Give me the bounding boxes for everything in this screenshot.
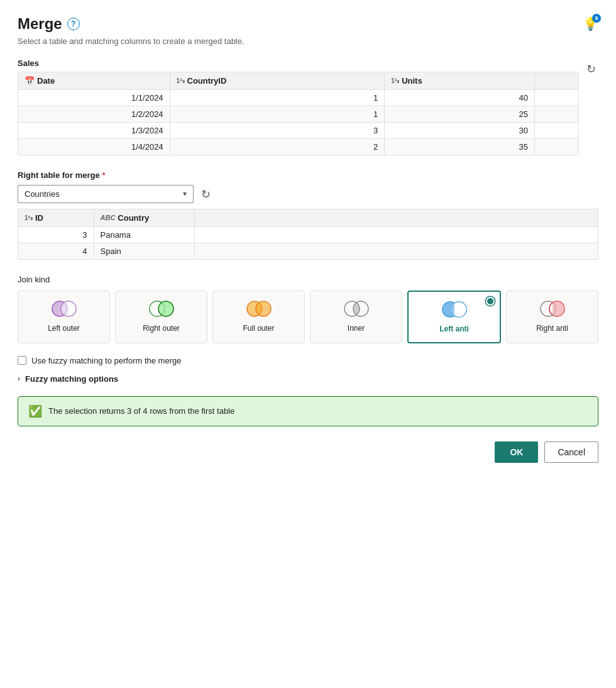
footer-buttons: OK Cancel [18, 441, 598, 463]
full-outer-venn-icon [245, 300, 273, 318]
join-card-right-outer[interactable]: Right outer [115, 291, 207, 343]
title-group: Merge ? [18, 15, 80, 33]
table-row: 1/1/2024140 [18, 90, 578, 106]
svg-point-7 [256, 301, 271, 316]
inner-venn-icon [343, 300, 370, 318]
inner-label: Inner [348, 324, 365, 334]
left-outer-venn-icon [50, 300, 78, 318]
svg-point-5 [158, 301, 173, 316]
table-cell: 1 [170, 90, 385, 106]
sales-table: 📅 Date 1²₃ CountryID 1² [18, 72, 578, 155]
join-card-left-anti[interactable]: Left anti [407, 291, 501, 343]
table-cell-empty [534, 139, 578, 155]
table-cell-empty [534, 123, 578, 139]
right-table-label: Right table for merge * [18, 170, 598, 180]
right-table-container: 1²₃ ID ABC Country 3Panama4Spain [18, 209, 598, 260]
ok-button[interactable]: OK [495, 441, 538, 463]
table-cell: 30 [385, 123, 535, 139]
table-cell: 1/3/2024 [18, 123, 170, 139]
join-card-left-outer[interactable]: Left outer [18, 291, 110, 343]
table-cell: 1 [170, 106, 385, 123]
left-anti-venn-icon [441, 301, 468, 318]
right-table: 1²₃ ID ABC Country 3Panama4Spain [18, 209, 598, 259]
notification-badge: 9 [592, 14, 601, 23]
sales-col-units[interactable]: 1²₃ Units [385, 72, 535, 90]
fuzzy-options-row[interactable]: › Fuzzy matching options [18, 374, 598, 384]
calendar-icon: 📅 [25, 76, 35, 86]
table-cell-empty [194, 243, 598, 260]
join-card-inner[interactable]: Inner [310, 291, 402, 343]
right-col-id[interactable]: 1²₃ ID [18, 209, 94, 227]
sales-col-date[interactable]: 📅 Date [18, 72, 170, 90]
sales-refresh-button[interactable]: ↻ [584, 60, 598, 79]
sales-label: Sales [18, 58, 579, 68]
right-table-dropdown[interactable]: Countries ▾ [18, 185, 194, 203]
right-table-refresh-button[interactable]: ↻ [199, 185, 213, 204]
table-cell: Panama [94, 227, 194, 243]
fuzzy-options-label: Fuzzy matching options [25, 374, 118, 384]
required-star: * [102, 170, 105, 180]
right-anti-venn-icon [539, 300, 566, 318]
fuzzy-matching-label: Use fuzzy matching to perform the merge [31, 356, 181, 365]
table-cell: 40 [385, 90, 535, 106]
table-cell-empty [194, 227, 598, 243]
join-kind-label: Join kind [18, 275, 598, 284]
right-outer-venn-icon [148, 300, 175, 318]
table-row: 1/3/2024330 [18, 123, 578, 139]
table-cell: 2 [170, 139, 385, 155]
right-col-empty [194, 209, 598, 227]
join-card-right-anti[interactable]: Right anti [506, 291, 598, 343]
abc-icon: ABC [101, 214, 116, 221]
fuzzy-matching-row: Use fuzzy matching to perform the merge [18, 356, 598, 365]
fuzzy-matching-checkbox[interactable] [18, 356, 26, 365]
check-circle-icon: ✅ [28, 404, 42, 418]
table-cell-empty [534, 90, 578, 106]
table-cell: 3 [18, 227, 94, 243]
123-icon-id: 1²₃ [25, 215, 33, 221]
dropdown-value: Countries [25, 189, 60, 199]
table-cell: 1/4/2024 [18, 139, 170, 155]
join-card-full-outer[interactable]: Full outer [212, 291, 305, 343]
table-row: 4Spain [18, 243, 598, 260]
info-banner-text: The selection returns 3 of 4 rows from t… [48, 406, 234, 416]
right-anti-label: Right anti [536, 324, 568, 334]
table-cell: 3 [170, 123, 385, 139]
dropdown-row: Countries ▾ ↻ [18, 184, 598, 204]
table-cell: 25 [385, 106, 535, 123]
table-cell-empty [534, 106, 578, 123]
chevron-right-icon: › [18, 374, 20, 383]
table-row: 1/2/2024125 [18, 106, 578, 123]
sales-section: Sales 📅 Date 1²₃ Co [18, 58, 598, 158]
table-cell: Spain [94, 243, 194, 260]
sales-table-container: 📅 Date 1²₃ CountryID 1² [18, 72, 579, 155]
chevron-down-icon: ▾ [183, 189, 187, 198]
sales-col-empty [534, 72, 578, 90]
123-icon-units: 1²₃ [391, 78, 399, 84]
info-banner: ✅ The selection returns 3 of 4 rows from… [18, 396, 598, 426]
table-cell: 1/2/2024 [18, 106, 170, 123]
right-table-section: Right table for merge * Countries ▾ ↻ 1²… [18, 170, 598, 260]
table-row: 3Panama [18, 227, 598, 243]
cancel-button[interactable]: Cancel [544, 441, 598, 463]
join-kind-section: Join kind Left outer Right outer [18, 275, 598, 343]
left-anti-label: Left anti [439, 325, 469, 335]
selected-indicator [486, 297, 495, 306]
table-cell: 4 [18, 243, 94, 260]
lightbulb-button[interactable]: 💡 9 [583, 16, 598, 31]
subtitle-text: Select a table and matching columns to c… [18, 36, 598, 46]
right-col-country[interactable]: ABC Country [94, 209, 194, 227]
join-cards: Left outer Right outer Full outer [18, 291, 598, 343]
table-row: 1/4/2024235 [18, 139, 578, 155]
right-outer-label: Right outer [143, 324, 180, 334]
full-outer-label: Full outer [243, 324, 274, 334]
table-cell: 35 [385, 139, 535, 155]
left-outer-label: Left outer [48, 324, 80, 334]
sales-col-countryid[interactable]: 1²₃ CountryID [170, 72, 385, 90]
table-cell: 1/1/2024 [18, 90, 170, 106]
page-title: Merge [18, 15, 62, 33]
svg-point-2 [61, 301, 76, 316]
header-row: Merge ? 💡 9 [18, 15, 598, 33]
123-icon: 1²₃ [177, 78, 185, 84]
sales-table-wrapper: Sales 📅 Date 1²₃ Co [18, 58, 579, 158]
help-icon[interactable]: ? [67, 18, 80, 30]
